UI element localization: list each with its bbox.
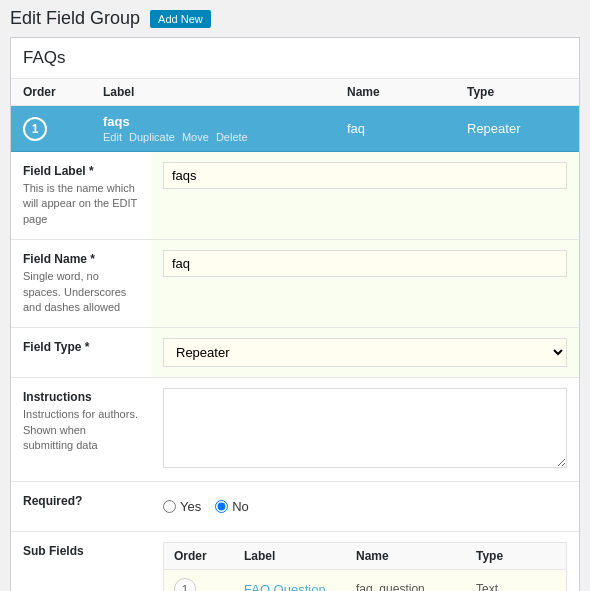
edit-form: Field Label * This is the name which wil… <box>11 152 579 591</box>
required-radio-group: Yes No <box>163 499 249 514</box>
action-move[interactable]: Move <box>182 131 209 143</box>
subfields-content-col: Order Label Name Type 1 FAQ Question faq… <box>151 532 579 591</box>
instructions-label-col: Instructions Instructions for authors. S… <box>11 378 151 481</box>
instructions-title: Instructions <box>23 390 139 404</box>
field-type-row: Field Type * Text Textarea Number Email … <box>11 328 579 378</box>
subfields-title: Sub Fields <box>23 544 139 558</box>
field-label-input-col <box>151 152 579 239</box>
field-label-row: Field Label * This is the name which wil… <box>11 152 579 240</box>
order-badge: 1 <box>23 117 47 141</box>
fields-table-header: Order Label Name Type <box>11 79 579 106</box>
sub-col-name: Name <box>356 549 476 563</box>
active-field-row[interactable]: 1 faqs Edit Duplicate Move Delete faq Re… <box>11 106 579 152</box>
field-name-label-col: Field Name * Single word, no spaces. Und… <box>11 240 151 327</box>
sub-field-1-name: faq_question <box>356 582 476 591</box>
field-name-input[interactable] <box>163 250 567 277</box>
sub-fields-table: Order Label Name Type 1 FAQ Question faq… <box>163 542 567 591</box>
field-type-title: Field Type * <box>23 340 139 354</box>
group-title: FAQs <box>11 38 579 79</box>
sub-field-1-order: 1 <box>174 578 244 591</box>
field-label-label-col: Field Label * This is the name which wil… <box>11 152 151 239</box>
required-title: Required? <box>23 494 139 508</box>
field-name-row: Field Name * Single word, no spaces. Und… <box>11 240 579 328</box>
field-name-input-col <box>151 240 579 327</box>
page-header: Edit Field Group Add New <box>0 0 590 37</box>
subfields-row: Sub Fields Order Label Name Type 1 <box>11 532 579 591</box>
instructions-textarea[interactable] <box>163 388 567 468</box>
field-type-select[interactable]: Text Textarea Number Email URL Image Rep… <box>163 338 567 367</box>
instructions-row: Instructions Instructions for authors. S… <box>11 378 579 482</box>
instructions-input-col <box>151 378 579 481</box>
required-row: Required? Yes No <box>11 482 579 532</box>
sub-col-type: Type <box>476 549 556 563</box>
field-label-input[interactable] <box>163 162 567 189</box>
instructions-desc: Instructions for authors. Shown when sub… <box>23 407 139 453</box>
main-card: FAQs Order Label Name Type 1 faqs Edit D… <box>10 37 580 591</box>
field-label-desc: This is the name which will appear on th… <box>23 181 139 227</box>
active-field-label: faqs <box>103 114 347 129</box>
col-order: Order <box>23 85 103 99</box>
required-yes-option[interactable]: Yes <box>163 499 201 514</box>
field-name-title: Field Name * <box>23 252 139 266</box>
field-label-title: Field Label * <box>23 164 139 178</box>
active-field-label-col: faqs Edit Duplicate Move Delete <box>103 114 347 143</box>
required-input-col: Yes No <box>151 482 579 531</box>
required-no-option[interactable]: No <box>215 499 249 514</box>
sub-field-row-1[interactable]: 1 FAQ Question faq_question Text <box>164 570 566 591</box>
col-type: Type <box>467 85 567 99</box>
active-field-type: Repeater <box>467 121 567 136</box>
action-edit[interactable]: Edit <box>103 131 122 143</box>
add-new-button[interactable]: Add New <box>150 10 211 28</box>
subfields-label-col: Sub Fields <box>11 532 151 591</box>
field-type-label-col: Field Type * <box>11 328 151 377</box>
sub-field-1-badge: 1 <box>174 578 196 591</box>
required-yes-radio[interactable] <box>163 500 176 513</box>
active-field-name: faq <box>347 121 467 136</box>
sub-col-label: Label <box>244 549 356 563</box>
field-type-input-col: Text Textarea Number Email URL Image Rep… <box>151 328 579 377</box>
row-actions: Edit Duplicate Move Delete <box>103 131 347 143</box>
sub-col-order: Order <box>174 549 244 563</box>
action-delete[interactable]: Delete <box>216 131 248 143</box>
sub-fields-header: Order Label Name Type <box>164 543 566 570</box>
active-field-order: 1 <box>23 117 103 141</box>
page-title: Edit Field Group <box>10 8 140 29</box>
col-name: Name <box>347 85 467 99</box>
sub-field-1-type: Text <box>476 582 556 591</box>
required-label-col: Required? <box>11 482 151 531</box>
field-name-desc: Single word, no spaces. Underscores and … <box>23 269 139 315</box>
required-no-label: No <box>232 499 249 514</box>
col-label: Label <box>103 85 347 99</box>
action-duplicate[interactable]: Duplicate <box>129 131 175 143</box>
required-no-radio[interactable] <box>215 500 228 513</box>
sub-field-1-label[interactable]: FAQ Question <box>244 582 356 591</box>
required-yes-label: Yes <box>180 499 201 514</box>
